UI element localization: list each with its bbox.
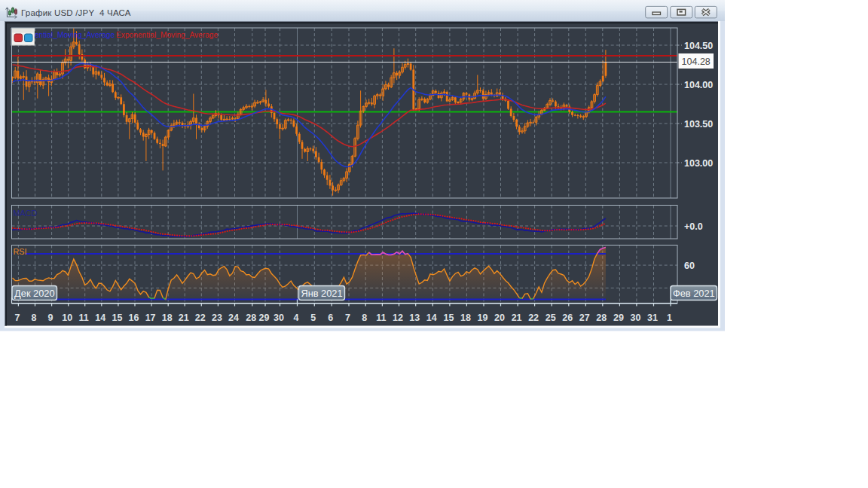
svg-text:23: 23 bbox=[212, 313, 222, 323]
svg-text:8: 8 bbox=[32, 313, 37, 323]
svg-text:26: 26 bbox=[562, 313, 573, 323]
svg-text:Янв 2021: Янв 2021 bbox=[301, 288, 342, 299]
svg-text:10: 10 bbox=[62, 313, 72, 323]
svg-text:14: 14 bbox=[95, 313, 105, 323]
svg-text:29: 29 bbox=[613, 313, 624, 323]
svg-text:9: 9 bbox=[48, 313, 53, 323]
svg-text:8: 8 bbox=[362, 313, 367, 323]
svg-text:15: 15 bbox=[112, 313, 122, 323]
svg-text:15: 15 bbox=[443, 313, 454, 323]
svg-text:Дек 2020: Дек 2020 bbox=[14, 288, 54, 299]
svg-text:7: 7 bbox=[14, 313, 20, 323]
svg-text:18: 18 bbox=[460, 313, 471, 323]
svg-text:24: 24 bbox=[228, 313, 239, 323]
svg-text:MACD: MACD bbox=[14, 209, 38, 218]
svg-text:21: 21 bbox=[512, 313, 522, 323]
svg-text:29: 29 bbox=[259, 313, 270, 323]
svg-text:30: 30 bbox=[274, 313, 284, 323]
svg-text:11: 11 bbox=[376, 313, 386, 323]
svg-text:21: 21 bbox=[179, 313, 189, 323]
svg-text:103.50: 103.50 bbox=[684, 119, 713, 130]
svg-text:11: 11 bbox=[79, 313, 89, 323]
svg-text:4: 4 bbox=[294, 313, 299, 323]
svg-text:22: 22 bbox=[195, 313, 206, 323]
svg-text:График USD /JPY 4 ЧАСА: График USD /JPY 4 ЧАСА bbox=[21, 8, 131, 17]
svg-text:104.00: 104.00 bbox=[684, 80, 713, 90]
svg-text:103.00: 103.00 bbox=[684, 158, 713, 169]
svg-text:Фев 2021: Фев 2021 bbox=[673, 288, 715, 299]
svg-text:16: 16 bbox=[129, 313, 139, 323]
svg-text:20: 20 bbox=[494, 313, 505, 323]
svg-text:19: 19 bbox=[478, 313, 488, 323]
svg-text:Exponential_Moving_Average: Exponential_Moving_Average bbox=[116, 31, 219, 39]
svg-text:22: 22 bbox=[528, 313, 539, 323]
svg-text:5: 5 bbox=[310, 313, 316, 323]
svg-text:6: 6 bbox=[328, 313, 333, 323]
svg-text:28: 28 bbox=[246, 313, 256, 323]
svg-text:13: 13 bbox=[409, 313, 420, 323]
svg-text:17: 17 bbox=[145, 313, 156, 323]
svg-text:+0.0: +0.0 bbox=[684, 221, 703, 232]
svg-text:27: 27 bbox=[579, 313, 590, 323]
svg-text:30: 30 bbox=[630, 313, 640, 323]
svg-text:18: 18 bbox=[162, 313, 173, 323]
svg-text:7: 7 bbox=[345, 313, 350, 323]
svg-text:25: 25 bbox=[546, 313, 556, 323]
svg-text:60: 60 bbox=[684, 261, 695, 271]
svg-text:104.50: 104.50 bbox=[684, 41, 713, 51]
svg-text:31: 31 bbox=[647, 313, 658, 323]
svg-text:28: 28 bbox=[596, 313, 607, 323]
svg-text:12: 12 bbox=[393, 313, 403, 323]
svg-text:14: 14 bbox=[426, 313, 437, 323]
svg-text:104.28: 104.28 bbox=[682, 56, 711, 67]
svg-text:1: 1 bbox=[667, 313, 672, 323]
svg-text:RSI: RSI bbox=[14, 247, 27, 256]
